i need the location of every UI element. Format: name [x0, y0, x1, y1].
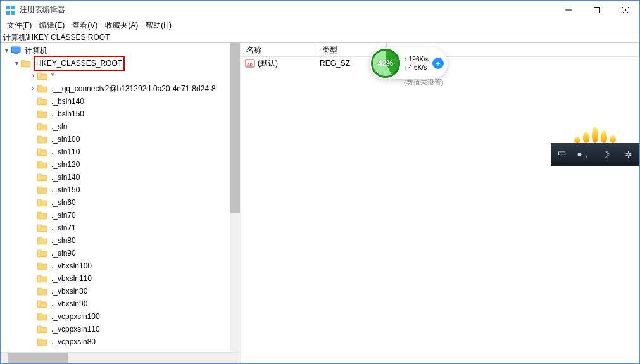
- tree-node[interactable]: ._vcppxsln100: [1, 310, 241, 323]
- tree-label: ._sln90: [50, 247, 77, 260]
- tree-label: ._vcppxsln80: [50, 336, 97, 348]
- value-name: (默认): [258, 58, 278, 69]
- tree-node[interactable]: ._vbxsln100: [1, 260, 241, 272]
- tree-label: ._sln60: [50, 196, 77, 209]
- tree-label: ._sln110: [50, 146, 81, 158]
- svg-rect-3: [11, 11, 15, 15]
- tree-node[interactable]: ._sln90: [1, 247, 241, 260]
- tree-label: ._vbxsln90: [50, 298, 89, 310]
- ime-btn-3[interactable]: ☽: [598, 149, 615, 160]
- tree-node[interactable]: ›*: [1, 70, 241, 82]
- tree-label: ._bsln140: [50, 95, 85, 108]
- ime-btn-4[interactable]: ✲: [620, 149, 637, 160]
- address-bar[interactable]: 计算机\HKEY CLASSES ROOT: [1, 32, 639, 43]
- scrollbar-thumb[interactable]: [8, 353, 68, 363]
- tree-node[interactable]: ._vcppxsln110: [1, 323, 241, 336]
- menu-view[interactable]: 查看(V): [68, 19, 101, 32]
- upload-speed: 196K/s: [409, 56, 429, 63]
- expand-icon[interactable]: ›: [28, 82, 37, 95]
- cpu-percent: 42%: [378, 59, 393, 68]
- list-pane: 名称 类型 ab(默认) REG_SZ (数值未设置): [241, 43, 639, 363]
- svg-text:ab: ab: [247, 61, 253, 67]
- overlay-obscured-text: (数值未设置): [404, 78, 443, 87]
- ime-overlay[interactable]: 中 ●， ☽ ✲: [551, 124, 639, 166]
- tree-node[interactable]: ._vbxsln90: [1, 298, 241, 310]
- tree-node[interactable]: ._sln71: [1, 222, 241, 234]
- svg-rect-5: [11, 47, 20, 53]
- ime-btn-1[interactable]: 中: [553, 149, 571, 160]
- minimize-button[interactable]: [554, 1, 582, 19]
- tree-node[interactable]: ._sln: [1, 120, 241, 133]
- maximize-button[interactable]: [582, 1, 611, 19]
- tree-node[interactable]: ._bsln140: [1, 95, 241, 108]
- window-title: 注册表编辑器: [20, 4, 65, 15]
- net-stats: ↑ 196K/s ↓ 4.6K/s: [404, 55, 429, 72]
- tree-label: ._vcppxsln110: [50, 323, 101, 336]
- tree-label: ._sln100: [50, 133, 81, 146]
- tree-label: .__qq_connectv2@b131292d-0a20-4e71-8d24-…: [50, 82, 217, 95]
- tree-node[interactable]: ._sln80: [1, 234, 241, 247]
- menubar: 文件(F) 编辑(E) 查看(V) 收藏夹(A) 帮助(H): [1, 19, 639, 32]
- titlebar: 注册表编辑器: [1, 1, 639, 19]
- tree-label: ._sln71: [50, 222, 77, 234]
- menu-edit[interactable]: 编辑(E): [35, 19, 68, 32]
- cpu-ring: 42%: [371, 49, 400, 78]
- tree-label: ._bsln150: [50, 108, 85, 120]
- tree-node[interactable]: ._sln120: [1, 158, 241, 171]
- tree-node[interactable]: ._sln70: [1, 209, 241, 222]
- tree-node-computer[interactable]: ▾计算机: [1, 44, 241, 57]
- svg-rect-4: [594, 7, 599, 13]
- svg-rect-0: [6, 6, 10, 9]
- tree-scroll[interactable]: ▾计算机▾HKEY_CLASSES_ROOT›*›.__qq_connectv2…: [1, 43, 241, 352]
- tree-node[interactable]: ._sln150: [1, 184, 241, 196]
- ime-toolbar: 中 ●， ☽ ✲: [551, 143, 639, 166]
- tree-label: ._vbxsln100: [50, 260, 93, 272]
- svg-rect-6: [14, 53, 18, 54]
- horizontal-scrollbar[interactable]: [1, 352, 241, 363]
- app-icon: [6, 5, 16, 15]
- tree-node[interactable]: ._vcppxsln80: [1, 336, 241, 348]
- expand-icon[interactable]: ▾: [2, 44, 11, 57]
- tree-label: ._vcppxsln100: [50, 310, 101, 323]
- tree-label: ._sln: [50, 120, 68, 133]
- flame-decoration: [551, 124, 639, 143]
- tree-node[interactable]: ._sln140: [1, 171, 241, 184]
- column-name[interactable]: 名称: [241, 43, 317, 56]
- tree-node[interactable]: ._sln60: [1, 196, 241, 209]
- tree-label: 计算机: [23, 44, 49, 57]
- tree-node[interactable]: ._sln100: [1, 133, 241, 146]
- tree-label: ._sln150: [50, 184, 81, 196]
- expand-icon[interactable]: ▾: [12, 57, 21, 70]
- tree-label: HKEY_CLASSES_ROOT: [34, 56, 125, 71]
- tree-node[interactable]: ._vbxsln110: [1, 272, 241, 285]
- download-speed: 4.6K/s: [409, 64, 427, 71]
- menu-file[interactable]: 文件(F): [3, 19, 35, 32]
- address-text: 计算机\HKEY CLASSES ROOT: [3, 32, 110, 43]
- tree-pane: ▾计算机▾HKEY_CLASSES_ROOT›*›.__qq_connectv2…: [1, 43, 241, 363]
- network-monitor-overlay[interactable]: 42% ↑ 196K/s ↓ 4.6K/s + (数值未设置): [370, 47, 448, 79]
- tree-node[interactable]: ._vbxsln80: [1, 285, 241, 298]
- menu-help[interactable]: 帮助(H): [142, 19, 175, 32]
- tree-node[interactable]: ›.__qq_connectv2@b131292d-0a20-4e71-8d24…: [1, 82, 241, 95]
- tree-label: ._sln80: [50, 234, 77, 247]
- tree-node[interactable]: ._sln110: [1, 146, 241, 158]
- svg-rect-2: [6, 11, 10, 15]
- vertical-scrollbar[interactable]: [230, 43, 241, 352]
- tree-label: ._sln120: [50, 158, 81, 171]
- menu-favorites[interactable]: 收藏夹(A): [101, 19, 142, 32]
- tree-label: ._sln70: [50, 209, 77, 222]
- tree-label: *: [50, 70, 56, 82]
- tree-node[interactable]: ._bsln150: [1, 108, 241, 120]
- tree-label: ._vbxsln80: [50, 285, 89, 298]
- svg-rect-1: [11, 6, 15, 9]
- tree-label: ._vbxsln110: [50, 272, 93, 285]
- expand-icon[interactable]: ›: [28, 70, 37, 82]
- tree-label: ._sln140: [50, 171, 81, 184]
- plus-icon[interactable]: +: [432, 58, 444, 69]
- scrollbar-thumb[interactable]: [230, 43, 240, 213]
- workspace: ▾计算机▾HKEY_CLASSES_ROOT›*›.__qq_connectv2…: [1, 43, 639, 363]
- close-button[interactable]: [611, 1, 639, 19]
- tree-node-hkcr[interactable]: ▾HKEY_CLASSES_ROOT: [1, 57, 241, 70]
- ime-btn-2[interactable]: ●，: [575, 149, 593, 160]
